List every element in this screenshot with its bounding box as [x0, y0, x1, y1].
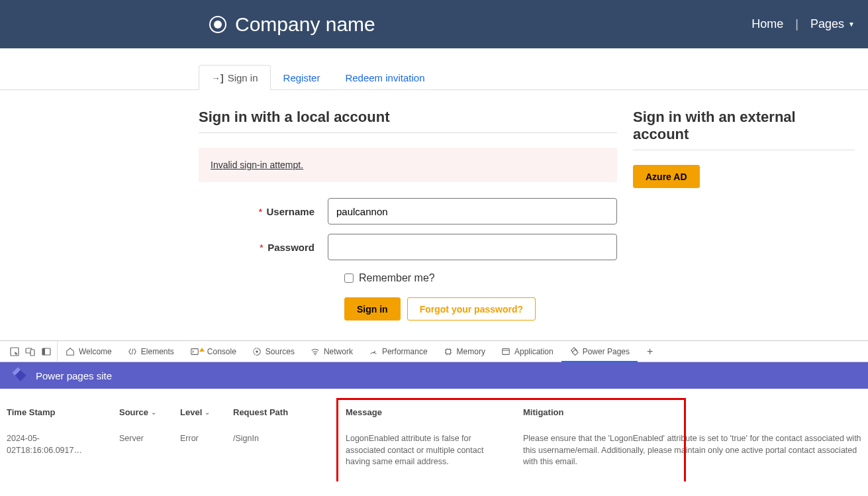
col-header-message[interactable]: Message	[339, 389, 516, 426]
svg-point-1	[214, 21, 222, 28]
brand-logo-icon	[209, 15, 227, 34]
devtools-tab-application[interactable]: Application	[493, 341, 561, 362]
svg-point-9	[314, 354, 316, 355]
svg-rect-7	[191, 348, 199, 354]
external-signin-title: Sign in with an external account	[633, 109, 855, 143]
nav-home-link[interactable]: Home	[751, 17, 783, 31]
devtools-tab-sources[interactable]: Sources	[244, 341, 303, 362]
top-navbar: Company name Home | Pages ▼	[0, 0, 868, 48]
cell-message: LogonEnabled attribute is false for asso…	[339, 426, 516, 481]
col-header-path[interactable]: Request Path	[226, 389, 339, 426]
svg-rect-11	[446, 349, 450, 354]
tab-signin[interactable]: →] Sign in	[199, 65, 271, 90]
nav-pages-label: Pages	[810, 17, 844, 31]
divider	[633, 150, 855, 150]
password-input[interactable]	[328, 234, 617, 260]
chevron-down-icon: ⌄	[205, 409, 210, 416]
powerpages-logo-icon	[11, 367, 28, 384]
cell-timestamp: 2024-05-02T18:16:06.0917…	[0, 426, 113, 481]
panel-icon[interactable]	[41, 346, 52, 357]
svg-rect-4	[30, 350, 34, 356]
remember-label: Remember me?	[359, 272, 435, 284]
col-header-level[interactable]: Level⌄	[173, 389, 226, 426]
chevron-down-icon: ⌄	[151, 409, 156, 416]
nav-separator: |	[795, 17, 798, 31]
auth-tabs-bar: →] Sign in Register Redeem invitation	[0, 48, 868, 90]
error-text: Invalid sign-in attempt.	[211, 160, 303, 170]
powerpages-log-table: Time Stamp Source⌄ Level⌄ Request Path M…	[0, 389, 868, 481]
signin-arrow-icon: →]	[211, 73, 224, 83]
devtools-add-tab-icon[interactable]: +	[638, 346, 662, 358]
tab-register[interactable]: Register	[271, 65, 333, 90]
col-header-source[interactable]: Source⌄	[113, 389, 173, 426]
devtools-tab-elements[interactable]: Elements	[120, 341, 182, 362]
cell-level: Error	[173, 426, 226, 481]
devtools-tabbar: Welcome Elements Console Sources Network…	[0, 340, 868, 362]
inspect-icon[interactable]	[9, 346, 20, 357]
brand-title: Company name	[235, 13, 375, 36]
username-input[interactable]	[328, 198, 617, 224]
nav-pages-dropdown[interactable]: Pages ▼	[810, 17, 855, 31]
col-header-mitigation[interactable]: Mitigation	[516, 389, 868, 426]
devtools-tab-welcome[interactable]: Welcome	[58, 341, 120, 362]
powerpages-log-table-wrap: Time Stamp Source⌄ Level⌄ Request Path M…	[0, 389, 868, 481]
signin-button[interactable]: Sign in	[344, 297, 401, 321]
powerpages-banner: Power pages site	[0, 362, 868, 389]
error-alert: Invalid sign-in attempt.	[199, 148, 617, 182]
devtools-tab-network[interactable]: Network	[303, 341, 361, 362]
main-content: Sign in with a local account Invalid sig…	[0, 90, 868, 340]
svg-rect-20	[503, 348, 510, 354]
devtools-tab-memory[interactable]: Memory	[436, 341, 493, 362]
azure-ad-button[interactable]: Azure AD	[633, 165, 700, 188]
devtools-tab-performance[interactable]: Performance	[361, 341, 436, 362]
password-label: * Password	[199, 242, 328, 253]
cell-mitigation: Please ensure that the 'LogonEnabled' at…	[516, 426, 868, 481]
tab-signin-label: Sign in	[228, 72, 258, 83]
cell-source: Server	[113, 426, 173, 481]
device-toggle-icon[interactable]	[25, 346, 36, 357]
col-header-timestamp[interactable]: Time Stamp	[0, 389, 113, 426]
devtools-tab-powerpages[interactable]: Power Pages	[561, 341, 638, 362]
devtools-tab-console[interactable]: Console	[182, 341, 244, 362]
cell-path: /SignIn	[226, 426, 339, 481]
powerpages-banner-title: Power pages site	[36, 370, 112, 381]
local-signin-title: Sign in with a local account	[199, 109, 617, 126]
remember-checkbox[interactable]	[344, 273, 354, 283]
username-label: * Username	[199, 206, 328, 217]
forgot-password-button[interactable]: Forgot your password?	[407, 297, 536, 321]
svg-point-8	[256, 350, 258, 353]
svg-rect-6	[42, 348, 45, 355]
divider	[199, 132, 617, 133]
table-row[interactable]: 2024-05-02T18:16:06.0917… Server Error /…	[0, 426, 868, 481]
chevron-down-icon: ▼	[848, 21, 855, 28]
tab-redeem[interactable]: Redeem invitation	[332, 65, 437, 90]
